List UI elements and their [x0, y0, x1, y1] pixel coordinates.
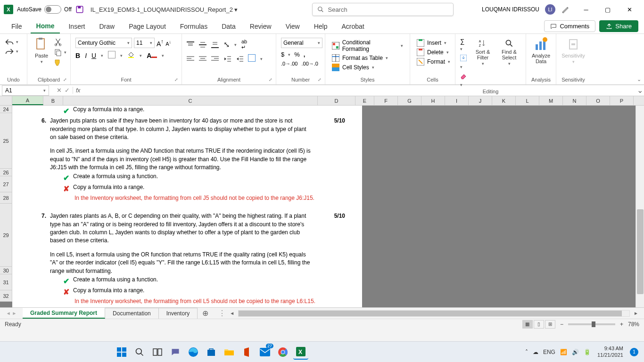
- expand-formula-bar-icon[interactable]: ⌄: [636, 86, 644, 95]
- close-button[interactable]: ✕: [619, 2, 640, 17]
- sheet-content[interactable]: ✔Copy a formula into a range. 6. Jayden …: [12, 106, 631, 307]
- format-cells-button[interactable]: Format ▾: [415, 58, 452, 66]
- number-format-select[interactable]: General▾: [281, 38, 322, 48]
- find-select-button[interactable]: Find & Select▾: [497, 38, 521, 67]
- col-K[interactable]: K: [492, 96, 516, 105]
- font-launcher-icon[interactable]: ⤢: [174, 77, 180, 83]
- zoom-level[interactable]: 78%: [628, 321, 639, 328]
- sort-filter-button[interactable]: AZ Sort & Filter▾: [472, 38, 494, 67]
- user-avatar-icon[interactable]: LI: [545, 4, 555, 15]
- hscroll-track[interactable]: [238, 310, 630, 317]
- save-icon[interactable]: [75, 5, 84, 14]
- collapse-ribbon-icon[interactable]: ⌄: [637, 76, 641, 82]
- percent-button[interactable]: %: [294, 51, 300, 58]
- minimize-button[interactable]: ─: [575, 2, 597, 17]
- enter-formula-icon[interactable]: ✓: [65, 87, 70, 94]
- row-28[interactable]: 28: [0, 192, 12, 204]
- sensitivity-button[interactable]: Sensitivity▾: [560, 36, 587, 65]
- select-all-button[interactable]: [0, 96, 12, 105]
- tab-formulas[interactable]: Formulas: [174, 20, 213, 33]
- hscroll-thumb[interactable]: [239, 311, 621, 316]
- comments-button[interactable]: Comments: [544, 20, 595, 32]
- language-button[interactable]: ENG: [543, 349, 555, 355]
- hscroll-handle-icon[interactable]: ⋮: [218, 309, 226, 318]
- view-normal-icon[interactable]: ▦: [522, 320, 533, 329]
- font-size-select[interactable]: 11▾: [134, 38, 155, 48]
- row-30[interactable]: 30: [0, 267, 12, 274]
- notifications-button[interactable]: 1: [630, 348, 638, 356]
- wifi-icon[interactable]: 📶: [560, 349, 567, 355]
- row-31[interactable]: 31: [0, 274, 12, 290]
- col-D[interactable]: D: [318, 96, 355, 105]
- col-M[interactable]: M: [539, 96, 563, 105]
- onedrive-icon[interactable]: ☁: [533, 349, 538, 355]
- format-as-table-button[interactable]: Format as Table▾: [330, 54, 405, 62]
- col-B[interactable]: B: [43, 96, 63, 105]
- clipboard-launcher-icon[interactable]: ⤢: [63, 77, 69, 83]
- col-O[interactable]: O: [586, 96, 610, 105]
- row-27[interactable]: 27: [0, 176, 12, 192]
- row-24[interactable]: 24: [0, 106, 12, 113]
- tab-draw[interactable]: Draw: [93, 20, 120, 33]
- edge-button[interactable]: [186, 345, 201, 360]
- font-name-select[interactable]: Century Gothic▾: [75, 38, 132, 48]
- merge-button[interactable]: [248, 54, 256, 64]
- sheet-nav-arrows[interactable]: ◄ ►: [0, 308, 23, 319]
- format-painter-icon[interactable]: [54, 58, 62, 67]
- search-input[interactable]: Search: [312, 3, 454, 16]
- vertical-scrollbar[interactable]: [636, 106, 644, 307]
- add-sheet-button[interactable]: ⊕: [198, 308, 213, 319]
- decrease-font-icon[interactable]: A↓: [165, 40, 171, 47]
- tab-help[interactable]: Help: [308, 20, 333, 33]
- alignment-launcher-icon[interactable]: ⤢: [269, 77, 274, 83]
- battery-icon[interactable]: 🔋: [584, 349, 591, 355]
- decrease-decimal-icon[interactable]: .00→.0: [301, 61, 318, 66]
- username[interactable]: LOUQMAN IDRISSOU: [482, 6, 539, 13]
- underline-button[interactable]: U: [91, 52, 96, 59]
- zoom-slider[interactable]: [568, 323, 615, 325]
- zoom-in-button[interactable]: +: [620, 321, 623, 328]
- increase-font-icon[interactable]: A↑: [157, 38, 164, 48]
- fill-color-button[interactable]: [127, 51, 135, 60]
- col-J[interactable]: J: [469, 96, 492, 105]
- col-I[interactable]: I: [445, 96, 469, 105]
- autosum-button[interactable]: ∑ ▾: [460, 38, 468, 52]
- sheet-tab-graded[interactable]: Graded Summary Report: [23, 308, 105, 319]
- scrollbar-thumb[interactable]: [637, 209, 644, 294]
- currency-button[interactable]: $: [281, 51, 284, 58]
- fx-icon[interactable]: fx: [73, 87, 83, 94]
- align-right-icon[interactable]: [211, 56, 219, 62]
- start-button[interactable]: [114, 345, 129, 360]
- task-view-button[interactable]: [150, 345, 165, 360]
- italic-button[interactable]: I: [85, 52, 87, 59]
- number-launcher-icon[interactable]: ⤢: [318, 77, 323, 83]
- tab-insert[interactable]: Insert: [63, 20, 91, 33]
- decrease-indent-icon[interactable]: [223, 56, 231, 62]
- tab-review[interactable]: Review: [244, 20, 277, 33]
- redo-button[interactable]: ▾: [5, 48, 18, 55]
- tab-acrobat[interactable]: Acrobat: [336, 20, 370, 33]
- align-left-icon[interactable]: [187, 56, 194, 62]
- comma-button[interactable]: ,: [304, 51, 305, 58]
- chrome-button[interactable]: [275, 345, 290, 360]
- borders-button[interactable]: [108, 51, 116, 60]
- col-A[interactable]: A: [12, 96, 43, 105]
- zoom-out-button[interactable]: −: [560, 321, 563, 328]
- share-button[interactable]: Share: [599, 20, 638, 32]
- analyze-data-button[interactable]: Analyze Data: [528, 36, 555, 65]
- store-button[interactable]: [204, 345, 219, 360]
- tray-expand-icon[interactable]: ˄: [525, 349, 528, 355]
- row-25[interactable]: 25: [0, 113, 12, 169]
- col-P[interactable]: P: [610, 96, 634, 105]
- tab-view[interactable]: View: [280, 20, 305, 33]
- wrap-text-button[interactable]: ab↵: [241, 39, 247, 50]
- volume-icon[interactable]: 🔊: [572, 349, 579, 355]
- col-E[interactable]: E: [355, 96, 374, 105]
- view-page-layout-icon[interactable]: ▯: [534, 320, 544, 329]
- autosave-toggle[interactable]: AutoSave Off: [17, 5, 72, 14]
- undo-button[interactable]: ▾: [5, 39, 18, 45]
- col-L[interactable]: L: [516, 96, 539, 105]
- office-button[interactable]: [239, 345, 255, 360]
- sheet-tab-documentation[interactable]: Documentation: [105, 308, 159, 319]
- conditional-formatting-button[interactable]: Conditional Formatting▾: [330, 39, 405, 53]
